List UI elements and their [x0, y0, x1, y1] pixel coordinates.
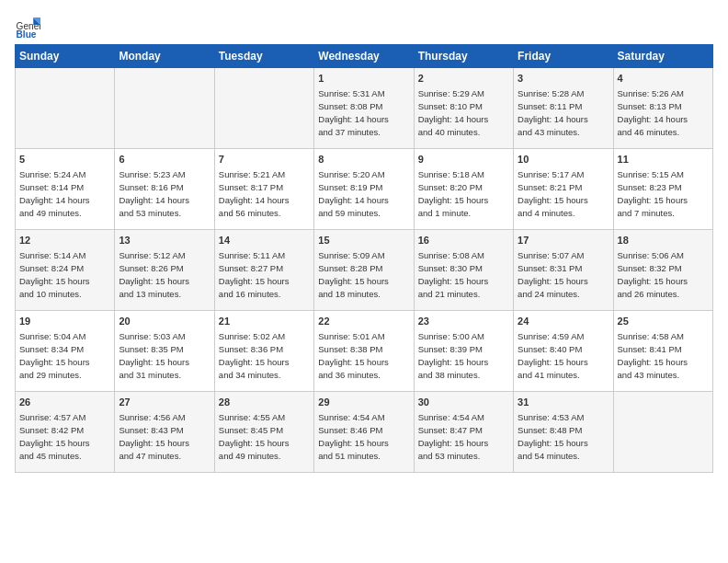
day-info: Sunrise: 4:54 AM Sunset: 8:46 PM Dayligh…	[318, 411, 409, 462]
day-info: Sunrise: 5:21 AM Sunset: 8:17 PM Dayligh…	[219, 168, 310, 219]
calendar-cell: 31Sunrise: 4:53 AM Sunset: 8:48 PM Dayli…	[514, 392, 613, 473]
calendar-cell	[613, 392, 712, 473]
day-info: Sunrise: 4:54 AM Sunset: 8:47 PM Dayligh…	[418, 411, 509, 462]
day-number: 29	[318, 396, 409, 409]
header: General Blue	[15, 15, 713, 40]
calendar-cell: 9Sunrise: 5:18 AM Sunset: 8:20 PM Daylig…	[414, 149, 513, 230]
calendar-cell: 4Sunrise: 5:26 AM Sunset: 8:13 PM Daylig…	[613, 68, 712, 149]
day-number: 11	[618, 153, 709, 167]
day-number: 5	[19, 153, 110, 167]
calendar-cell: 29Sunrise: 4:54 AM Sunset: 8:46 PM Dayli…	[314, 392, 414, 473]
day-number: 22	[318, 315, 409, 328]
day-info: Sunrise: 5:20 AM Sunset: 8:19 PM Dayligh…	[318, 168, 409, 219]
calendar-cell: 19Sunrise: 5:04 AM Sunset: 8:34 PM Dayli…	[16, 311, 115, 392]
day-info: Sunrise: 4:53 AM Sunset: 8:48 PM Dayligh…	[518, 411, 609, 462]
day-info: Sunrise: 5:07 AM Sunset: 8:31 PM Dayligh…	[518, 249, 609, 300]
calendar-cell: 24Sunrise: 4:59 AM Sunset: 8:40 PM Dayli…	[514, 311, 613, 392]
day-header-monday: Monday	[115, 45, 214, 68]
calendar-cell: 26Sunrise: 4:57 AM Sunset: 8:42 PM Dayli…	[16, 392, 115, 473]
calendar-cell	[16, 68, 115, 149]
calendar-cell: 13Sunrise: 5:12 AM Sunset: 8:26 PM Dayli…	[115, 230, 214, 311]
day-number: 19	[19, 315, 110, 328]
calendar-cell: 12Sunrise: 5:14 AM Sunset: 8:24 PM Dayli…	[16, 230, 115, 311]
day-number: 20	[119, 315, 210, 328]
day-number: 7	[219, 153, 310, 167]
calendar-cell: 28Sunrise: 4:55 AM Sunset: 8:45 PM Dayli…	[214, 392, 313, 473]
svg-text:Blue: Blue	[17, 29, 37, 40]
day-info: Sunrise: 5:03 AM Sunset: 8:35 PM Dayligh…	[119, 330, 210, 381]
calendar-cell: 30Sunrise: 4:54 AM Sunset: 8:47 PM Dayli…	[414, 392, 513, 473]
day-number: 10	[518, 153, 609, 167]
day-number: 16	[418, 234, 509, 247]
day-number: 9	[418, 153, 509, 167]
day-number: 23	[418, 315, 509, 328]
day-info: Sunrise: 5:24 AM Sunset: 8:14 PM Dayligh…	[19, 168, 110, 219]
day-info: Sunrise: 5:17 AM Sunset: 8:21 PM Dayligh…	[518, 168, 609, 219]
logo-icon: General Blue	[15, 15, 40, 40]
week-row-5: 26Sunrise: 4:57 AM Sunset: 8:42 PM Dayli…	[16, 392, 713, 473]
calendar-cell: 22Sunrise: 5:01 AM Sunset: 8:38 PM Dayli…	[314, 311, 414, 392]
header-row: SundayMondayTuesdayWednesdayThursdayFrid…	[16, 45, 713, 68]
day-number: 1	[318, 72, 409, 86]
calendar-cell: 20Sunrise: 5:03 AM Sunset: 8:35 PM Dayli…	[115, 311, 214, 392]
calendar-cell: 11Sunrise: 5:15 AM Sunset: 8:23 PM Dayli…	[613, 149, 712, 230]
day-info: Sunrise: 5:18 AM Sunset: 8:20 PM Dayligh…	[418, 168, 509, 219]
day-info: Sunrise: 5:11 AM Sunset: 8:27 PM Dayligh…	[219, 249, 310, 300]
day-info: Sunrise: 5:06 AM Sunset: 8:32 PM Dayligh…	[618, 249, 709, 300]
day-info: Sunrise: 5:15 AM Sunset: 8:23 PM Dayligh…	[618, 168, 709, 219]
day-number: 2	[418, 72, 509, 86]
day-info: Sunrise: 5:09 AM Sunset: 8:28 PM Dayligh…	[318, 249, 409, 300]
calendar-cell: 8Sunrise: 5:20 AM Sunset: 8:19 PM Daylig…	[314, 149, 414, 230]
week-row-1: 1Sunrise: 5:31 AM Sunset: 8:08 PM Daylig…	[16, 68, 713, 149]
calendar-cell	[214, 68, 313, 149]
logo: General Blue	[15, 15, 40, 40]
calendar-cell: 2Sunrise: 5:29 AM Sunset: 8:10 PM Daylig…	[414, 68, 513, 149]
day-info: Sunrise: 4:55 AM Sunset: 8:45 PM Dayligh…	[219, 411, 310, 462]
day-number: 4	[618, 72, 709, 86]
calendar-cell: 23Sunrise: 5:00 AM Sunset: 8:39 PM Dayli…	[414, 311, 513, 392]
day-header-saturday: Saturday	[613, 45, 712, 68]
week-row-4: 19Sunrise: 5:04 AM Sunset: 8:34 PM Dayli…	[16, 311, 713, 392]
calendar-cell: 5Sunrise: 5:24 AM Sunset: 8:14 PM Daylig…	[16, 149, 115, 230]
calendar-cell: 10Sunrise: 5:17 AM Sunset: 8:21 PM Dayli…	[514, 149, 613, 230]
calendar-cell: 7Sunrise: 5:21 AM Sunset: 8:17 PM Daylig…	[214, 149, 313, 230]
calendar-table: SundayMondayTuesdayWednesdayThursdayFrid…	[15, 44, 713, 473]
day-info: Sunrise: 5:08 AM Sunset: 8:30 PM Dayligh…	[418, 249, 509, 300]
day-number: 3	[518, 72, 609, 86]
day-number: 31	[518, 396, 609, 409]
page-container: General Blue SundayMondayTuesdayWednesda…	[0, 0, 728, 480]
day-number: 28	[219, 396, 310, 409]
calendar-cell: 17Sunrise: 5:07 AM Sunset: 8:31 PM Dayli…	[514, 230, 613, 311]
calendar-cell: 18Sunrise: 5:06 AM Sunset: 8:32 PM Dayli…	[613, 230, 712, 311]
day-info: Sunrise: 5:12 AM Sunset: 8:26 PM Dayligh…	[119, 249, 210, 300]
calendar-cell	[115, 68, 214, 149]
day-number: 14	[219, 234, 310, 247]
day-header-sunday: Sunday	[16, 45, 115, 68]
day-number: 17	[518, 234, 609, 247]
calendar-cell: 25Sunrise: 4:58 AM Sunset: 8:41 PM Dayli…	[613, 311, 712, 392]
day-number: 18	[618, 234, 709, 247]
day-info: Sunrise: 5:23 AM Sunset: 8:16 PM Dayligh…	[119, 168, 210, 219]
day-info: Sunrise: 5:04 AM Sunset: 8:34 PM Dayligh…	[19, 330, 110, 381]
calendar-cell: 15Sunrise: 5:09 AM Sunset: 8:28 PM Dayli…	[314, 230, 414, 311]
day-info: Sunrise: 4:57 AM Sunset: 8:42 PM Dayligh…	[19, 411, 110, 462]
week-row-2: 5Sunrise: 5:24 AM Sunset: 8:14 PM Daylig…	[16, 149, 713, 230]
calendar-cell: 1Sunrise: 5:31 AM Sunset: 8:08 PM Daylig…	[314, 68, 414, 149]
day-info: Sunrise: 4:58 AM Sunset: 8:41 PM Dayligh…	[618, 330, 709, 381]
day-info: Sunrise: 5:01 AM Sunset: 8:38 PM Dayligh…	[318, 330, 409, 381]
day-info: Sunrise: 4:56 AM Sunset: 8:43 PM Dayligh…	[119, 411, 210, 462]
calendar-cell: 14Sunrise: 5:11 AM Sunset: 8:27 PM Dayli…	[214, 230, 313, 311]
calendar-cell: 21Sunrise: 5:02 AM Sunset: 8:36 PM Dayli…	[214, 311, 313, 392]
week-row-3: 12Sunrise: 5:14 AM Sunset: 8:24 PM Dayli…	[16, 230, 713, 311]
day-info: Sunrise: 5:00 AM Sunset: 8:39 PM Dayligh…	[418, 330, 509, 381]
day-info: Sunrise: 5:28 AM Sunset: 8:11 PM Dayligh…	[518, 87, 609, 138]
calendar-cell: 16Sunrise: 5:08 AM Sunset: 8:30 PM Dayli…	[414, 230, 513, 311]
day-number: 24	[518, 315, 609, 328]
day-header-wednesday: Wednesday	[314, 45, 414, 68]
day-header-thursday: Thursday	[414, 45, 513, 68]
calendar-cell: 27Sunrise: 4:56 AM Sunset: 8:43 PM Dayli…	[115, 392, 214, 473]
day-header-tuesday: Tuesday	[214, 45, 313, 68]
day-number: 12	[19, 234, 110, 247]
calendar-cell: 3Sunrise: 5:28 AM Sunset: 8:11 PM Daylig…	[514, 68, 613, 149]
day-number: 15	[318, 234, 409, 247]
